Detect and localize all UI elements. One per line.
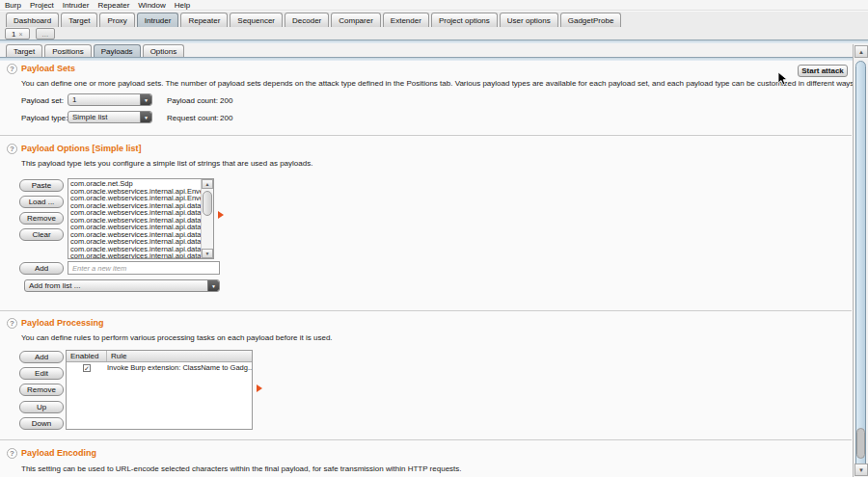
list-item[interactable]: com.oracle.webservices.internal.api.data… xyxy=(70,252,201,258)
payload-encoding-description: This setting can be used to URL-encode s… xyxy=(21,464,462,473)
tab-dashboard[interactable]: Dashboard xyxy=(6,13,59,27)
tab-repeater[interactable]: Repeater xyxy=(180,13,228,27)
request-count-value: 200 xyxy=(220,114,232,122)
payload-set-label: Payload set: xyxy=(21,96,64,105)
help-icon[interactable]: ? xyxy=(7,64,17,74)
add-from-list-value: Add from list ... xyxy=(25,281,207,290)
payload-set-value: 1 xyxy=(68,95,140,104)
rule-add-button[interactable]: Add xyxy=(19,351,64,363)
main-scrollbar[interactable]: ▲ ▼ xyxy=(853,44,868,477)
paste-button[interactable]: Paste xyxy=(19,179,64,192)
remove-button[interactable]: Remove xyxy=(19,212,64,225)
rule-edit-button[interactable]: Edit xyxy=(19,367,64,380)
main-scrollbar-track-end xyxy=(856,428,865,459)
attack-tab-more-label: ... xyxy=(42,30,49,39)
list-scrollbar-thumb[interactable] xyxy=(203,191,212,216)
mouse-cursor xyxy=(777,71,789,87)
intruder-tab-options[interactable]: Options xyxy=(143,44,185,58)
clear-button[interactable]: Clear xyxy=(19,228,64,241)
intruder-tab-bar: Target Positions Payloads Options xyxy=(0,43,868,58)
payload-sets-description: You can define one or more payload sets.… xyxy=(21,79,856,88)
menu-burp[interactable]: Burp xyxy=(5,1,21,10)
attack-tab-more-button[interactable]: ... xyxy=(36,28,56,40)
scroll-up-icon[interactable]: ▲ xyxy=(202,179,213,189)
payload-type-label: Payload type: xyxy=(21,114,68,122)
scroll-up-icon[interactable]: ▲ xyxy=(854,45,868,58)
rule-column-header: Rule xyxy=(107,351,252,361)
add-item-button[interactable]: Add xyxy=(19,262,64,275)
menu-bar: Burp Project Intruder Repeater Window He… xyxy=(0,0,868,11)
menu-project[interactable]: Project xyxy=(30,1,54,10)
tab-decoder[interactable]: Decoder xyxy=(285,13,329,27)
tab-extender[interactable]: Extender xyxy=(383,13,429,27)
help-icon[interactable]: ? xyxy=(7,144,17,154)
tab-gadgetprobe[interactable]: GadgetProbe xyxy=(560,13,622,27)
scroll-down-icon[interactable]: ▼ xyxy=(202,249,213,258)
intruder-tab-payloads[interactable]: Payloads xyxy=(94,44,141,58)
list-scrollbar[interactable]: ▲ ▼ xyxy=(201,179,213,258)
table-header: Enabled Rule xyxy=(67,351,252,362)
burp-suite-window: Burp Project Intruder Repeater Window He… xyxy=(0,0,868,477)
payload-options-description: This payload type lets you configure a s… xyxy=(21,159,312,168)
menu-repeater[interactable]: Repeater xyxy=(97,1,129,10)
payload-type-dropdown[interactable]: Simple list ▼ xyxy=(68,111,152,123)
section-divider xyxy=(0,135,852,136)
payload-count-label: Payload count: xyxy=(167,96,218,105)
processing-rules-table[interactable]: Enabled Rule ✓ Invoke Burp extension: Cl… xyxy=(66,350,253,430)
payload-processing-title: Payload Processing xyxy=(21,318,104,328)
tab-comparer[interactable]: Comparer xyxy=(331,13,381,27)
main-tab-bar: Dashboard Target Proxy Intruder Repeater… xyxy=(0,12,868,27)
payload-set-dropdown[interactable]: 1 ▼ xyxy=(68,93,152,106)
payload-count-value: 200 xyxy=(220,96,232,105)
attack-tab-1[interactable]: 1 × xyxy=(5,28,30,40)
payload-list[interactable]: com.oracle.net.Sdp com.oracle.webservice… xyxy=(68,178,214,259)
rule-enabled-checkbox[interactable]: ✓ xyxy=(83,364,91,372)
tab-user-options[interactable]: User options xyxy=(500,13,558,27)
enabled-column-header: Enabled xyxy=(67,351,107,361)
section-divider xyxy=(0,310,852,311)
main-scrollbar-thumb[interactable] xyxy=(855,61,866,469)
payload-options-title: Payload Options [Simple list] xyxy=(21,144,142,153)
chevron-down-icon: ▼ xyxy=(140,112,151,122)
payload-sets-title: Payload Sets xyxy=(21,64,75,73)
intruder-tab-divider xyxy=(0,57,868,61)
help-icon[interactable]: ? xyxy=(7,318,17,329)
rule-down-button[interactable]: Down xyxy=(19,417,64,430)
payload-encoding-title: Payload Encoding xyxy=(21,448,96,458)
tab-project-options[interactable]: Project options xyxy=(431,13,498,27)
chevron-down-icon: ▼ xyxy=(140,94,151,105)
start-attack-button[interactable]: Start attack xyxy=(798,65,848,77)
rule-remove-button[interactable]: Remove xyxy=(19,384,64,396)
menu-intruder[interactable]: Intruder xyxy=(63,1,90,10)
tab-sequencer[interactable]: Sequencer xyxy=(230,13,283,27)
payload-type-value: Simple list xyxy=(68,113,140,121)
close-tab-icon[interactable]: × xyxy=(18,31,22,38)
table-row[interactable]: ✓ Invoke Burp extension: ClassName to Ga… xyxy=(67,362,252,373)
menu-help[interactable]: Help xyxy=(175,1,190,10)
panel-expand-arrow-icon[interactable] xyxy=(218,211,224,219)
new-item-input[interactable] xyxy=(68,261,220,275)
intruder-tab-positions[interactable]: Positions xyxy=(44,44,91,58)
section-divider xyxy=(0,439,852,440)
attack-tab-bar: 1 × ... xyxy=(0,27,868,40)
chevron-down-icon: ▼ xyxy=(207,280,219,291)
request-count-label: Request count: xyxy=(167,114,219,122)
add-from-list-dropdown[interactable]: Add from list ... ▼ xyxy=(24,279,220,292)
rule-cell: Invoke Burp extension: ClassName to Gadg… xyxy=(107,363,252,372)
tab-proxy[interactable]: Proxy xyxy=(99,13,134,27)
help-icon[interactable]: ? xyxy=(7,448,17,459)
panel-expand-arrow-icon[interactable] xyxy=(257,384,262,392)
tab-target[interactable]: Target xyxy=(61,13,97,27)
attack-tab-1-label: 1 xyxy=(12,30,15,39)
intruder-tab-target[interactable]: Target xyxy=(6,44,42,58)
rule-up-button[interactable]: Up xyxy=(19,401,64,413)
payload-processing-description: You can define rules to perform various … xyxy=(21,333,333,342)
payload-list-items: com.oracle.net.Sdp com.oracle.webservice… xyxy=(68,179,201,258)
scroll-down-icon[interactable]: ▼ xyxy=(854,464,868,476)
tab-intruder[interactable]: Intruder xyxy=(137,13,179,27)
load-button[interactable]: Load ... xyxy=(19,196,64,208)
menu-window[interactable]: Window xyxy=(138,1,165,10)
enabled-cell: ✓ xyxy=(67,364,107,372)
